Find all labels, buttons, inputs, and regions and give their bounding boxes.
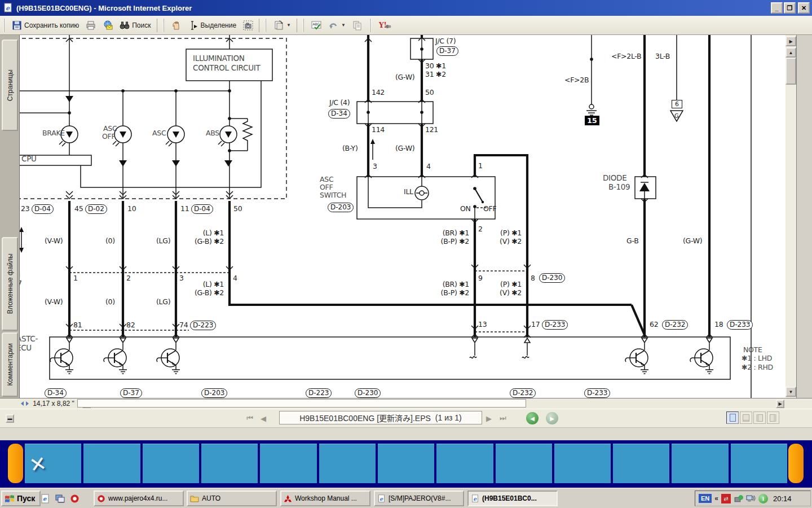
start-button[interactable]: Пуск <box>1 491 41 506</box>
div-shape <box>730 414 736 422</box>
path-shape <box>69 271 527 332</box>
search-button[interactable]: Поиск <box>116 17 154 33</box>
maximize-button[interactable]: ❐ <box>784 2 796 14</box>
ie-doc-icon: e <box>471 494 479 503</box>
banner-cell[interactable] <box>201 444 258 483</box>
path-shape <box>21 401 29 406</box>
windows-logo-icon <box>5 493 15 503</box>
hand-tool-icon <box>171 20 182 30</box>
minimize-button[interactable]: _ <box>771 2 783 14</box>
close-button[interactable]: ✕ <box>798 2 810 14</box>
banner-cell[interactable] <box>319 444 376 483</box>
tray-display-audio-icon[interactable] <box>746 494 756 503</box>
single-page-view-button[interactable] <box>726 411 739 424</box>
tray-chevron[interactable]: « <box>714 494 718 502</box>
next-page-button[interactable]: ▶ <box>486 414 492 423</box>
path-shape <box>191 496 198 502</box>
vertical-scrollbar[interactable]: ▶ ▲ ▼ <box>785 35 796 398</box>
save-copy-button[interactable]: Сохранить копию <box>8 17 82 33</box>
path-shape <box>5 496 10 499</box>
task-button-h9b15e01-active[interactable]: e (H9B15E01BC0... <box>467 491 558 506</box>
scroll-right-button[interactable]: ▶ <box>776 400 784 408</box>
first-page-button[interactable]: ⏮ <box>246 414 253 423</box>
scroll-up-button[interactable]: ▲ <box>785 47 796 58</box>
page-tool-button[interactable]: ▼ <box>270 17 294 33</box>
tray-sync-icon[interactable]: ⇄ <box>721 494 731 503</box>
toolbar-grip[interactable] <box>265 19 267 32</box>
sidebar-tab-comments[interactable]: Комментарии <box>2 332 18 397</box>
toolbar-grip[interactable] <box>369 19 372 32</box>
continuous-facing-view-button[interactable] <box>767 411 779 424</box>
circle-shape <box>420 111 423 114</box>
banner-cell[interactable] <box>554 444 611 483</box>
plugin-banner-strip: ✕ <box>0 440 812 488</box>
task-button-sm-pajero[interactable]: e [S/M]PAJERO(V8#... <box>374 491 464 506</box>
toolbar-overflow-button[interactable]: ▶ <box>785 36 796 46</box>
rect-shape <box>356 23 361 30</box>
banner-cell[interactable] <box>260 444 316 483</box>
use-shape <box>120 338 126 343</box>
filename-label: H9B15E01BC00ENG [更新済み].EPS <box>299 412 431 423</box>
language-indicator[interactable]: EN <box>699 494 712 503</box>
path-shape <box>288 499 292 501</box>
use-shape <box>224 160 232 167</box>
continuous-view-button[interactable] <box>740 411 752 424</box>
quicklaunch-ie-icon[interactable]: e <box>39 492 51 505</box>
banner-cell[interactable] <box>613 444 669 483</box>
div-shape <box>756 414 763 422</box>
banner-cell[interactable] <box>378 444 434 483</box>
banner-cell[interactable] <box>672 444 728 483</box>
use-shape <box>707 338 712 343</box>
circle-shape <box>590 58 593 61</box>
banner-cell[interactable] <box>83 444 140 483</box>
circle-shape <box>420 47 423 51</box>
facing-view-button[interactable] <box>753 411 766 424</box>
toolbar-grip[interactable] <box>3 19 6 32</box>
use-shape <box>166 126 184 146</box>
use-shape <box>50 349 73 374</box>
banner-cell[interactable] <box>731 444 787 483</box>
horizontal-scrollbar-thumb[interactable] <box>77 399 526 408</box>
quicklaunch-opera-icon[interactable] <box>69 492 80 505</box>
sidebar-tab-attachments[interactable]: Вложенные файлы <box>2 237 18 331</box>
snapshot-button[interactable] <box>240 17 257 33</box>
tray-usb-icon[interactable] <box>734 494 743 503</box>
wiring-diagram-canvas[interactable]: ILLUMINATIONCONTROL CIRCUITBRAKEASCOFFAS… <box>20 35 785 398</box>
use-shape <box>524 338 530 343</box>
splitter-handle-icon[interactable] <box>21 400 29 408</box>
use-shape <box>66 195 73 199</box>
window-frame-right <box>796 35 812 398</box>
toolbar-grip[interactable] <box>163 19 165 32</box>
spellcheck-button[interactable]: ABC <box>308 17 325 33</box>
path-shape <box>20 155 91 165</box>
sidebar-tab-pages[interactable]: Страницы <box>2 40 18 131</box>
next-view-button[interactable]: ▶ <box>546 412 558 424</box>
ie-document-icon: e <box>3 3 13 13</box>
scrollbar-thumb[interactable] <box>785 58 796 85</box>
yahoo-button[interactable]: Y! <box>374 17 395 33</box>
undo-button[interactable]: ▼ <box>325 17 349 33</box>
email-button[interactable] <box>99 17 116 33</box>
print-button[interactable] <box>82 17 99 33</box>
banner-cell[interactable] <box>496 444 552 483</box>
text-select-button[interactable]: Выделение <box>185 17 240 33</box>
banner-cell[interactable] <box>436 444 493 483</box>
path-shape <box>194 25 197 28</box>
use-shape <box>113 126 131 146</box>
quicklaunch-desktop-icon[interactable] <box>54 492 65 505</box>
banner-cell[interactable] <box>143 444 199 483</box>
previous-view-button[interactable]: ◀ <box>526 412 539 424</box>
task-button-pajero4x4[interactable]: www.pajero4x4.ru... <box>94 491 184 506</box>
last-page-button[interactable]: ⏭ <box>500 414 506 423</box>
task-button-auto-folder[interactable]: AUTO <box>187 491 277 506</box>
hand-tool-button[interactable] <box>168 17 185 33</box>
task-button-workshop-manual[interactable]: Workshop Manual ... <box>280 491 370 506</box>
scroll-down-button[interactable]: ▼ <box>785 387 796 397</box>
collapse-toolbar-button[interactable]: ▬ <box>6 414 14 423</box>
text-shape: Y! <box>378 21 387 29</box>
prev-page-button[interactable]: ◀ <box>261 414 266 423</box>
toolbar-grip[interactable] <box>303 19 305 32</box>
circle-shape <box>100 497 103 500</box>
copy-pages-button[interactable] <box>349 17 366 33</box>
tray-info-icon[interactable]: i <box>758 494 768 503</box>
